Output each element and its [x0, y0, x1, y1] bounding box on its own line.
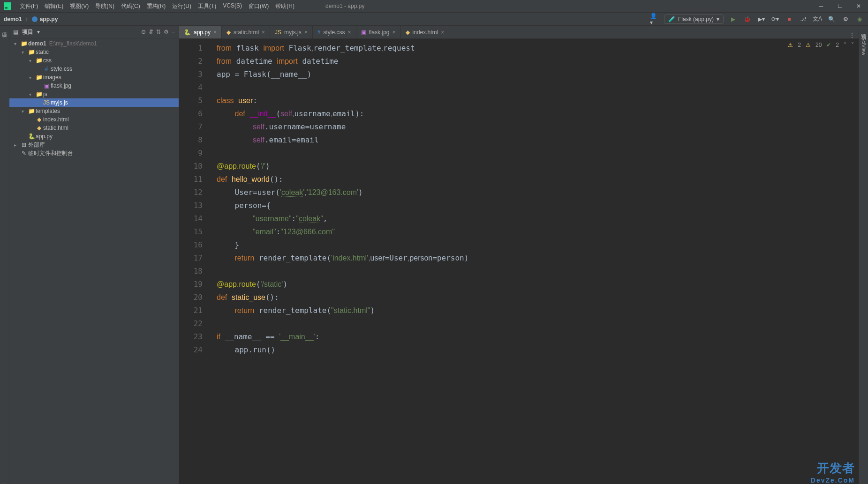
- tree-arrow-icon[interactable]: ▸: [14, 142, 20, 148]
- next-highlight-icon[interactable]: ˅: [851, 42, 854, 48]
- sidebar-tool-button[interactable]: ⇅: [156, 29, 161, 35]
- editor-tab[interactable]: #style.css×: [313, 26, 356, 38]
- svg-rect-0: [4, 2, 11, 10]
- tree-arrow-icon[interactable]: ▾: [22, 109, 27, 114]
- project-tool-icon: ▤: [13, 29, 18, 35]
- git-branch-icon[interactable]: ⎇: [799, 15, 808, 24]
- tree-item-label: 外部库: [28, 141, 45, 149]
- main-menu[interactable]: 文件(F)编辑(E)视图(V)导航(N)代码(C)重构(R)运行(U)工具(T)…: [17, 0, 297, 12]
- window-title: demo1 - app.py: [325, 3, 364, 9]
- editor-tab[interactable]: ◆index.html×: [401, 26, 450, 38]
- sciview-tool-button[interactable]: SciView: [861, 37, 867, 55]
- run-configuration-dropdown[interactable]: 🧪 Flask (app.py) ▾: [664, 15, 724, 24]
- stop-button[interactable]: ■: [785, 15, 794, 24]
- code-editor[interactable]: from flask import Flask,render_template,…: [215, 39, 859, 484]
- watermark-sub: DevZe.CoM: [811, 477, 855, 484]
- html-icon: ◆: [226, 29, 231, 36]
- search-everywhere-icon[interactable]: 🔍: [827, 15, 836, 24]
- warning-count-1: 2: [798, 42, 801, 48]
- breadcrumb-file[interactable]: app.py: [40, 16, 58, 22]
- css-icon: #: [42, 66, 51, 72]
- prev-highlight-icon[interactable]: ˄: [844, 42, 846, 48]
- minimize-button[interactable]: ─: [812, 0, 830, 13]
- title-bar: 文件(F)编辑(E)视图(V)导航(N)代码(C)重构(R)运行(U)工具(T)…: [0, 0, 868, 13]
- run-more-button[interactable]: ▶▾: [756, 15, 766, 24]
- sidebar-tool-button[interactable]: ⚙: [164, 29, 169, 35]
- typo-count: 2: [836, 42, 839, 48]
- close-tab-icon[interactable]: ×: [392, 29, 396, 36]
- chevron-down-icon: ▾: [717, 16, 719, 22]
- project-sidebar: ▤ 项目 ▾ ⊖⇵⇅⚙– ▾📁demo1E:\my_flask\demo1▾📁s…: [9, 26, 179, 484]
- tree-arrow-icon[interactable]: ▾: [14, 41, 20, 46]
- editor-tab[interactable]: 🐍app.py×: [179, 26, 222, 38]
- tree-item[interactable]: ✎临时文件和控制台: [9, 149, 179, 157]
- menu-item[interactable]: 窗口(W): [246, 0, 272, 12]
- breadcrumb-project[interactable]: demo1: [4, 16, 22, 22]
- tree-arrow-icon[interactable]: ▾: [29, 75, 35, 80]
- sidebar-tool-button[interactable]: ⊖: [141, 29, 146, 35]
- close-tab-icon[interactable]: ×: [347, 29, 351, 36]
- tree-item[interactable]: ▣flask.jpg: [9, 82, 179, 90]
- close-tab-icon[interactable]: ×: [304, 29, 308, 36]
- typo-icon: ✔: [826, 42, 831, 48]
- maximize-button[interactable]: ☐: [830, 0, 849, 13]
- debug-button[interactable]: 🐞: [742, 15, 752, 24]
- menu-item[interactable]: 运行(U): [169, 0, 194, 12]
- coverage-button[interactable]: ⟳▾: [770, 15, 780, 24]
- tree-arrow-icon[interactable]: ▾: [22, 50, 27, 55]
- fold-gutter[interactable]: [207, 39, 215, 484]
- sidebar-tool-button[interactable]: –: [172, 29, 175, 35]
- close-tab-icon[interactable]: ×: [213, 29, 217, 36]
- add-user-icon[interactable]: 👤▾: [650, 15, 659, 24]
- close-tab-icon[interactable]: ×: [441, 29, 444, 36]
- tree-arrow-icon[interactable]: ▾: [29, 58, 35, 63]
- editor-body[interactable]: 123456789101112131415161718192021222324 …: [179, 39, 859, 484]
- python-file-icon: [31, 16, 38, 22]
- chevron-down-icon[interactable]: ▾: [37, 29, 40, 35]
- menu-item[interactable]: 编辑(E): [42, 0, 66, 12]
- editor-area: 🐍app.py×◆static.html×JSmyjs.js×#style.cs…: [179, 26, 859, 484]
- tree-item[interactable]: ▾📁css: [9, 56, 179, 65]
- tree-item[interactable]: ◆index.html: [9, 115, 179, 124]
- editor-tab[interactable]: JSmyjs.js×: [270, 26, 313, 38]
- editor-tab[interactable]: ◆static.html×: [222, 26, 270, 38]
- menu-item[interactable]: 文件(F): [17, 0, 41, 12]
- tree-item[interactable]: #style.css: [9, 65, 179, 73]
- menu-item[interactable]: 导航(N): [92, 0, 117, 12]
- jpg-icon: ▣: [361, 29, 366, 36]
- breadcrumb[interactable]: demo1 › app.py: [4, 16, 58, 22]
- pycharm-database-icon[interactable]: ◉: [855, 15, 864, 24]
- menu-item[interactable]: 帮助(H): [272, 0, 297, 12]
- tree-item[interactable]: ▸⊞外部库: [9, 141, 179, 149]
- tree-item[interactable]: JSmyjs.js: [9, 98, 179, 107]
- inspections-widget[interactable]: ⚠2 ⚠20 ✔2 ˄ ˅: [788, 42, 854, 48]
- menu-item[interactable]: VCS(S): [220, 0, 245, 12]
- menu-item[interactable]: 代码(C): [118, 0, 143, 12]
- translate-icon[interactable]: 文A: [813, 15, 822, 24]
- tree-item[interactable]: ▾📁templates: [9, 107, 179, 115]
- flask-icon: 🧪: [668, 16, 675, 22]
- editor-tab-bar[interactable]: 🐍app.py×◆static.html×JSmyjs.js×#style.cs…: [179, 26, 859, 39]
- close-tab-icon[interactable]: ×: [262, 29, 265, 36]
- tree-arrow-icon[interactable]: ▾: [29, 92, 35, 97]
- tree-item[interactable]: ▾📁images: [9, 73, 179, 82]
- editor-tab[interactable]: ▣flask.jpg×: [356, 26, 401, 38]
- close-button[interactable]: ✕: [849, 0, 868, 13]
- run-button[interactable]: ▶: [728, 15, 738, 24]
- tree-item[interactable]: ▾📁static: [9, 48, 179, 56]
- settings-icon[interactable]: ⚙: [841, 15, 850, 24]
- watermark-main: 开发者: [811, 460, 855, 477]
- tab-overflow-icon[interactable]: ⋮: [845, 32, 859, 38]
- menu-item[interactable]: 视图(V): [67, 0, 91, 12]
- tree-item[interactable]: ▾📁demo1E:\my_flask\demo1: [9, 39, 179, 48]
- menu-item[interactable]: 工具(T): [195, 0, 219, 12]
- sidebar-tool-button[interactable]: ⇵: [149, 29, 153, 35]
- menu-item[interactable]: 重构(R): [144, 0, 169, 12]
- tree-item[interactable]: 🐍app.py: [9, 132, 179, 141]
- tree-item[interactable]: ▾📁js: [9, 90, 179, 98]
- tab-label: flask.jpg: [369, 29, 390, 36]
- tree-item-label: flask.jpg: [51, 82, 71, 89]
- project-tree[interactable]: ▾📁demo1E:\my_flask\demo1▾📁static▾📁css#st…: [9, 38, 179, 484]
- tree-item[interactable]: ◆static.html: [9, 124, 179, 132]
- chevron-right-icon: ›: [26, 16, 28, 22]
